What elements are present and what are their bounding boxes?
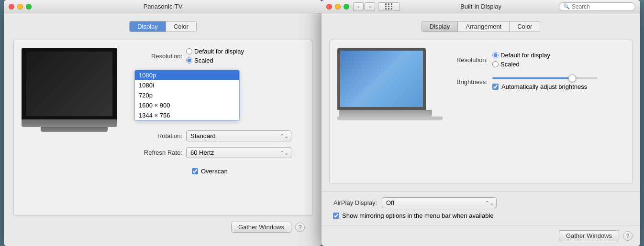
auto-brightness-row: Automatically adjust brightness (492, 83, 598, 90)
right-traffic-lights (326, 4, 349, 10)
resolution-listbox: 1080p 1080i 720p 1600 × 900 1344 × 756 (134, 70, 240, 121)
grid-button[interactable] (378, 2, 400, 11)
brightness-slider[interactable] (492, 77, 598, 79)
resolution-scaled-option[interactable]: Scaled (186, 57, 244, 64)
airplay-select-wrapper: Off ⌃⌄ (382, 197, 497, 208)
listbox-item-1344x756[interactable]: 1344 × 756 (135, 110, 239, 120)
right-resolution-row: Resolution: Default for display Scaled (444, 52, 624, 68)
listbox-item-1080i[interactable]: 1080i (135, 80, 239, 90)
airplay-select[interactable]: Off (382, 197, 497, 208)
left-titlebar: Panasonic-TV (4, 0, 322, 13)
grid-dot (385, 8, 387, 10)
traffic-lights (9, 4, 32, 10)
mirror-row: Show mirroring options in the menu bar w… (333, 212, 633, 219)
panasonic-tv-window: Panasonic-TV Display Color (4, 0, 322, 246)
right-tab-group: Display Arrangement Color (422, 21, 541, 32)
slider-thumb[interactable] (568, 75, 576, 82)
help-button-left[interactable]: ? (295, 223, 305, 232)
left-window-title: Panasonic-TV (144, 3, 183, 10)
left-bottom-bar: Gather Windows ? (13, 216, 312, 238)
right-main-area: Resolution: Default for display Scaled (329, 40, 633, 183)
grid-dot (385, 6, 387, 7)
right-maximize-button[interactable] (344, 4, 349, 10)
right-window-title: Built-in Display (460, 3, 501, 10)
tab-color-right[interactable]: Color (510, 21, 540, 32)
tv-base (41, 127, 108, 132)
laptop-base (337, 117, 443, 120)
search-input[interactable] (572, 3, 631, 10)
search-bar: 🔍 (559, 2, 635, 11)
grid-dot (388, 8, 389, 10)
nav-back-button[interactable]: ‹ (353, 2, 364, 11)
airplay-section: AirPlay Display: Off ⌃⌄ Show mirroring o… (322, 191, 640, 225)
listbox-item-1080p[interactable]: 1080p (135, 70, 239, 80)
refresh-rate-select[interactable]: 60 Hertz (186, 147, 291, 158)
right-resolution-default-option[interactable]: Default for display (492, 52, 550, 59)
tab-display-left[interactable]: Display (130, 21, 166, 32)
overscan-row: Overscan (192, 168, 304, 175)
right-content: Display Arrangement Color (322, 13, 640, 191)
resolution-default-option[interactable]: Default for display (186, 48, 244, 55)
search-icon: 🔍 (563, 3, 570, 10)
mirror-label: Show mirroring options in the menu bar w… (342, 212, 494, 219)
brightness-slider-container: Automatically adjust brightness (492, 74, 598, 90)
right-resolution-default-radio[interactable] (492, 52, 499, 58)
refresh-rate-label: Refresh Rate: (134, 149, 182, 156)
left-window-content: Display Color Resolution: (4, 13, 322, 246)
resolution-default-radio[interactable] (186, 48, 192, 54)
laptop-display-row: Resolution: Default for display Scaled (337, 48, 624, 175)
close-button[interactable] (9, 4, 14, 10)
right-resolution-scaled-label: Scaled (500, 61, 520, 68)
tv-image (22, 48, 127, 143)
right-resolution-scaled-radio[interactable] (492, 61, 499, 67)
brightness-row: Brightness: Automatically adjust brightn… (444, 74, 624, 90)
resolution-listbox-container: 1080p 1080i 720p 1600 × 900 1344 × 756 (134, 70, 304, 121)
right-bottom-bar: Gather Windows ? (322, 225, 640, 246)
airplay-row: AirPlay Display: Off ⌃⌄ (329, 197, 633, 208)
rotation-row: Rotation: Standard ⌃⌄ (134, 130, 304, 141)
grid-dot (385, 3, 387, 5)
resolution-scaled-radio[interactable] (186, 57, 192, 64)
right-close-button[interactable] (326, 4, 332, 10)
refresh-rate-select-wrapper: 60 Hertz ⌃⌄ (186, 147, 291, 158)
mirror-checkbox[interactable] (333, 213, 339, 219)
rotation-label: Rotation: (134, 132, 182, 139)
overscan-checkbox[interactable] (192, 168, 198, 174)
left-tab-group: Display Color (129, 21, 197, 32)
minimize-button[interactable] (17, 4, 23, 10)
maximize-button[interactable] (26, 4, 32, 10)
gather-windows-button-left[interactable]: Gather Windows (231, 222, 291, 233)
tv-screen-inner (26, 52, 112, 116)
right-resolution-scaled-option[interactable]: Scaled (492, 61, 550, 68)
rotation-select[interactable]: Standard (186, 130, 291, 141)
brightness-label: Brightness: (444, 78, 488, 86)
left-main-area: Resolution: Default for display Scaled (13, 40, 312, 216)
rotation-select-wrapper: Standard ⌃⌄ (186, 130, 291, 141)
nav-forward-button[interactable]: › (365, 2, 375, 11)
grid-dot (388, 3, 389, 5)
resolution-label: Resolution: (134, 53, 182, 60)
right-controls: Resolution: Default for display Scaled (444, 48, 624, 90)
resolution-scaled-label: Scaled (194, 57, 213, 64)
auto-brightness-checkbox[interactable] (492, 84, 499, 90)
resolution-row: Resolution: Default for display Scaled (134, 48, 304, 64)
tab-display-right[interactable]: Display (422, 21, 458, 32)
right-titlebar: ‹ › Built-in Display 🔍 (322, 0, 640, 13)
tv-screen (22, 48, 117, 119)
help-button-right[interactable]: ? (623, 231, 633, 241)
left-tabs: Display Color (13, 21, 312, 32)
builtin-display-window: ‹ › Built-in Display 🔍 (322, 0, 640, 246)
tab-arrangement-right[interactable]: Arrangement (458, 21, 510, 32)
airplay-label: AirPlay Display: (329, 199, 377, 206)
resolution-radio-group: Default for display Scaled (186, 48, 244, 64)
laptop-body (339, 110, 432, 117)
right-minimize-button[interactable] (335, 4, 341, 10)
refresh-rate-row: Refresh Rate: 60 Hertz ⌃⌄ (134, 147, 304, 158)
left-controls: Resolution: Default for display Scaled (134, 48, 304, 175)
tv-stand (22, 119, 117, 127)
listbox-item-720p[interactable]: 720p (135, 90, 239, 100)
listbox-item-1600x900[interactable]: 1600 × 900 (135, 100, 239, 110)
laptop-image (337, 48, 433, 120)
tab-color-left[interactable]: Color (166, 21, 196, 32)
gather-windows-button-right[interactable]: Gather Windows (559, 230, 619, 241)
